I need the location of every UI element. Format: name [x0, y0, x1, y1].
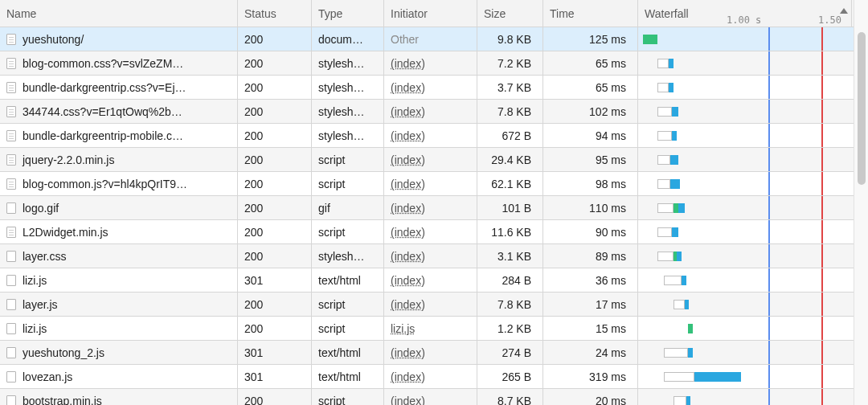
size-cell: 7.8 KB — [477, 292, 543, 316]
initiator-link[interactable]: (index) — [391, 298, 425, 311]
initiator-link[interactable]: (index) — [391, 274, 425, 287]
document-icon — [6, 275, 16, 286]
request-name: blog-common.css?v=svlZeZM… — [23, 57, 183, 70]
table-row[interactable]: layer.js200script(index)7.8 KB17 ms — [0, 292, 854, 317]
domcontentloaded-line — [768, 268, 770, 292]
initiator-link[interactable]: (index) — [391, 81, 425, 94]
load-line — [821, 51, 823, 75]
table-row[interactable]: jquery-2.2.0.min.js200script(index)29.4 … — [0, 148, 854, 172]
status-cell: 200 — [238, 76, 312, 99]
load-line — [821, 172, 823, 195]
status-cell: 200 — [238, 220, 312, 243]
initiator-link[interactable]: (index) — [391, 346, 425, 359]
type-cell: stylesh… — [312, 76, 384, 99]
timing-bar-blue — [670, 179, 680, 189]
initiator-link[interactable]: (index) — [391, 153, 425, 166]
type-cell: script — [312, 317, 384, 340]
timing-bar-wait — [657, 227, 672, 237]
col-header-size[interactable]: Size — [477, 0, 543, 27]
col-header-name[interactable]: Name — [0, 0, 238, 27]
initiator-link[interactable]: (index) — [391, 105, 425, 118]
request-name: bundle-darkgreentrip-mobile.c… — [23, 129, 183, 142]
waterfall-cell — [638, 244, 852, 268]
table-row[interactable]: yueshutong/200docum…Other9.8 KB125 ms — [0, 27, 854, 51]
request-name: lizi.js — [23, 322, 47, 335]
initiator-link[interactable]: (index) — [391, 178, 425, 190]
type-cell: stylesh… — [312, 244, 384, 268]
initiator-link[interactable]: (index) — [391, 129, 425, 142]
waterfall-cell — [638, 100, 852, 123]
time-cell: 98 ms — [543, 172, 638, 195]
col-header-status[interactable]: Status — [238, 0, 312, 27]
vertical-scrollbar[interactable] — [854, 0, 868, 405]
size-cell: 7.2 KB — [477, 51, 543, 75]
initiator-link[interactable]: (index) — [391, 395, 425, 405]
document-icon — [6, 371, 16, 382]
type-cell: script — [312, 172, 384, 195]
waterfall-cell — [638, 124, 852, 147]
type-cell: stylesh… — [312, 124, 384, 147]
table-row[interactable]: bundle-darkgreentrip.css?v=Ej…200stylesh… — [0, 76, 854, 100]
waterfall-cell — [638, 268, 852, 292]
col-header-waterfall[interactable]: Waterfall 1.00 s 1.50 — [638, 0, 852, 27]
table-row[interactable]: lizi.js200scriptlizi.js1.2 KB15 ms — [0, 317, 854, 341]
table-row[interactable]: L2Dwidget.min.js200script(index)11.6 KB9… — [0, 220, 854, 244]
type-cell: script — [312, 148, 384, 171]
initiator-link[interactable]: (index) — [391, 57, 425, 70]
scrollbar-thumb[interactable] — [858, 32, 866, 185]
domcontentloaded-line — [768, 317, 770, 340]
col-header-time[interactable]: Time — [543, 0, 638, 27]
initiator-link[interactable]: lizi.js — [391, 322, 415, 335]
timing-bar-wait — [657, 252, 674, 261]
type-cell: text/html — [312, 365, 384, 388]
time-cell: 17 ms — [543, 292, 638, 316]
load-line — [821, 365, 823, 388]
waterfall-label: Waterfall — [645, 7, 689, 20]
initiator-link[interactable]: (index) — [391, 202, 425, 215]
timing-bar-wait — [674, 300, 685, 309]
table-row[interactable]: blog-common.js?v=hl4kpQrIT9…200script(in… — [0, 172, 854, 196]
table-row[interactable]: bootstrap.min.js200script(index)8.7 KB20… — [0, 389, 854, 405]
timing-bar-wait — [657, 203, 674, 213]
status-cell: 200 — [238, 196, 312, 219]
initiator-link[interactable]: (index) — [391, 226, 425, 239]
table-row[interactable]: bundle-darkgreentrip-mobile.c…200stylesh… — [0, 124, 854, 148]
document-icon — [6, 106, 16, 117]
waterfall-cell — [638, 292, 852, 316]
size-cell: 3.7 KB — [477, 76, 543, 99]
request-name: logo.gif — [23, 202, 59, 215]
request-name: 344744.css?v=Er1qtOwq%2b… — [23, 105, 182, 118]
table-row[interactable]: lovezan.js301text/html(index)265 B319 ms — [0, 365, 854, 389]
load-line — [821, 244, 823, 268]
sort-ascending-icon — [840, 8, 848, 14]
table-row[interactable]: yueshutong_2.js301text/html(index)274 B2… — [0, 341, 854, 365]
size-cell: 8.7 KB — [477, 389, 543, 405]
table-row[interactable]: logo.gif200gif(index)101 B110 ms — [0, 196, 854, 220]
domcontentloaded-line — [768, 27, 770, 51]
domcontentloaded-line — [768, 148, 770, 171]
col-header-type[interactable]: Type — [312, 0, 384, 27]
type-cell: docum… — [312, 27, 384, 51]
col-header-initiator[interactable]: Initiator — [384, 0, 477, 27]
time-cell: 36 ms — [543, 268, 638, 292]
table-row[interactable]: blog-common.css?v=svlZeZM…200stylesh…(in… — [0, 51, 854, 76]
status-cell: 200 — [238, 172, 312, 195]
timing-bar-blue — [694, 372, 741, 382]
table-row[interactable]: lizi.js301text/html(index)284 B36 ms — [0, 268, 854, 292]
type-cell: script — [312, 292, 384, 316]
load-line — [821, 268, 823, 292]
time-cell: 125 ms — [543, 27, 638, 51]
time-cell: 102 ms — [543, 100, 638, 123]
time-cell: 94 ms — [543, 124, 638, 147]
domcontentloaded-line — [768, 124, 770, 147]
document-icon — [6, 299, 16, 310]
initiator-link[interactable]: (index) — [391, 250, 425, 263]
status-cell: 200 — [238, 124, 312, 147]
network-panel: Name Status Type Initiator Size Time Wat… — [0, 0, 868, 405]
size-cell: 7.8 KB — [477, 100, 543, 123]
initiator-link[interactable]: (index) — [391, 370, 425, 383]
table-row[interactable]: 344744.css?v=Er1qtOwq%2b…200stylesh…(ind… — [0, 100, 854, 124]
timing-bar-blue — [682, 276, 686, 285]
waterfall-cell — [638, 389, 852, 405]
table-row[interactable]: layer.css200stylesh…(index)3.1 KB89 ms — [0, 244, 854, 268]
